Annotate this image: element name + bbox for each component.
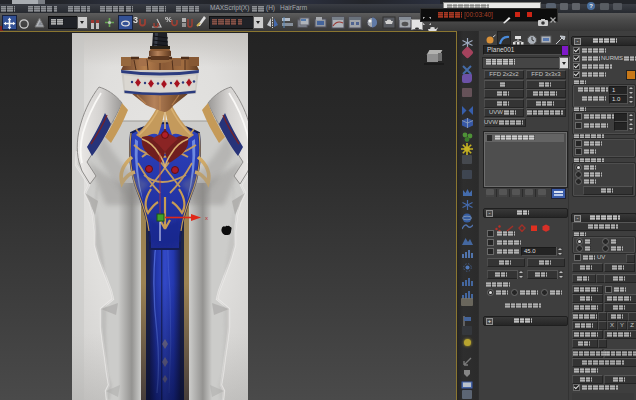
svg-text:x: x (205, 215, 208, 221)
